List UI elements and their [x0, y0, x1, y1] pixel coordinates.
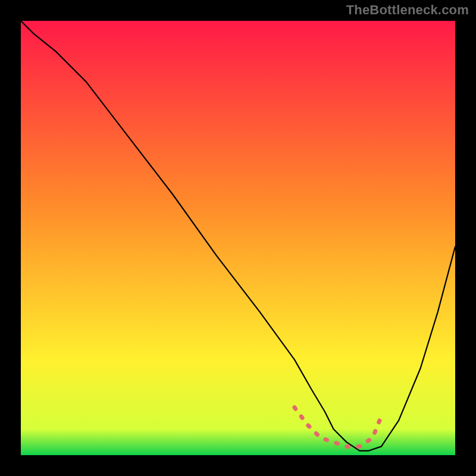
watermark-text: TheBottleneck.com [346, 2, 469, 18]
plot-background [21, 21, 455, 455]
bottleneck-plot [21, 21, 455, 455]
chart-frame: TheBottleneck.com [0, 0, 476, 476]
